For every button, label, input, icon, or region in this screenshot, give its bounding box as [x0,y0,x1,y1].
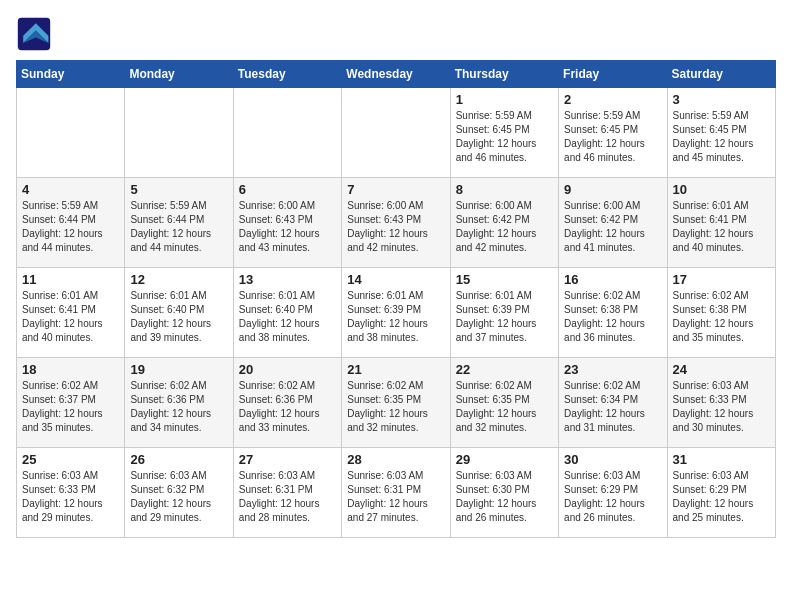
day-cell: 1Sunrise: 5:59 AM Sunset: 6:45 PM Daylig… [450,88,558,178]
day-cell [233,88,341,178]
day-cell: 14Sunrise: 6:01 AM Sunset: 6:39 PM Dayli… [342,268,450,358]
day-number: 20 [239,362,336,377]
day-number: 1 [456,92,553,107]
day-number: 23 [564,362,661,377]
col-header-sunday: Sunday [17,61,125,88]
day-number: 31 [673,452,770,467]
day-cell: 3Sunrise: 5:59 AM Sunset: 6:45 PM Daylig… [667,88,775,178]
day-cell: 21Sunrise: 6:02 AM Sunset: 6:35 PM Dayli… [342,358,450,448]
day-number: 12 [130,272,227,287]
day-cell: 26Sunrise: 6:03 AM Sunset: 6:32 PM Dayli… [125,448,233,538]
week-row-4: 18Sunrise: 6:02 AM Sunset: 6:37 PM Dayli… [17,358,776,448]
col-header-friday: Friday [559,61,667,88]
day-number: 14 [347,272,444,287]
day-number: 18 [22,362,119,377]
day-number: 24 [673,362,770,377]
day-cell: 25Sunrise: 6:03 AM Sunset: 6:33 PM Dayli… [17,448,125,538]
week-row-3: 11Sunrise: 6:01 AM Sunset: 6:41 PM Dayli… [17,268,776,358]
header-row: SundayMondayTuesdayWednesdayThursdayFrid… [17,61,776,88]
day-number: 9 [564,182,661,197]
day-number: 7 [347,182,444,197]
day-detail: Sunrise: 6:03 AM Sunset: 6:31 PM Dayligh… [239,469,336,525]
day-cell: 8Sunrise: 6:00 AM Sunset: 6:42 PM Daylig… [450,178,558,268]
day-number: 29 [456,452,553,467]
day-detail: Sunrise: 6:03 AM Sunset: 6:33 PM Dayligh… [22,469,119,525]
day-detail: Sunrise: 6:02 AM Sunset: 6:36 PM Dayligh… [130,379,227,435]
day-cell: 7Sunrise: 6:00 AM Sunset: 6:43 PM Daylig… [342,178,450,268]
day-cell: 11Sunrise: 6:01 AM Sunset: 6:41 PM Dayli… [17,268,125,358]
day-cell [17,88,125,178]
day-cell: 30Sunrise: 6:03 AM Sunset: 6:29 PM Dayli… [559,448,667,538]
day-number: 8 [456,182,553,197]
day-cell: 24Sunrise: 6:03 AM Sunset: 6:33 PM Dayli… [667,358,775,448]
day-cell: 22Sunrise: 6:02 AM Sunset: 6:35 PM Dayli… [450,358,558,448]
day-cell: 13Sunrise: 6:01 AM Sunset: 6:40 PM Dayli… [233,268,341,358]
day-cell: 29Sunrise: 6:03 AM Sunset: 6:30 PM Dayli… [450,448,558,538]
day-detail: Sunrise: 6:00 AM Sunset: 6:42 PM Dayligh… [456,199,553,255]
day-number: 5 [130,182,227,197]
day-number: 4 [22,182,119,197]
calendar-table: SundayMondayTuesdayWednesdayThursdayFrid… [16,60,776,538]
day-detail: Sunrise: 6:01 AM Sunset: 6:40 PM Dayligh… [130,289,227,345]
day-cell: 9Sunrise: 6:00 AM Sunset: 6:42 PM Daylig… [559,178,667,268]
week-row-5: 25Sunrise: 6:03 AM Sunset: 6:33 PM Dayli… [17,448,776,538]
week-row-2: 4Sunrise: 5:59 AM Sunset: 6:44 PM Daylig… [17,178,776,268]
day-detail: Sunrise: 6:00 AM Sunset: 6:43 PM Dayligh… [347,199,444,255]
day-cell [342,88,450,178]
day-cell: 2Sunrise: 5:59 AM Sunset: 6:45 PM Daylig… [559,88,667,178]
day-cell: 18Sunrise: 6:02 AM Sunset: 6:37 PM Dayli… [17,358,125,448]
day-detail: Sunrise: 5:59 AM Sunset: 6:45 PM Dayligh… [456,109,553,165]
day-detail: Sunrise: 6:03 AM Sunset: 6:31 PM Dayligh… [347,469,444,525]
day-number: 22 [456,362,553,377]
day-detail: Sunrise: 6:01 AM Sunset: 6:41 PM Dayligh… [673,199,770,255]
day-cell: 12Sunrise: 6:01 AM Sunset: 6:40 PM Dayli… [125,268,233,358]
day-cell: 4Sunrise: 5:59 AM Sunset: 6:44 PM Daylig… [17,178,125,268]
day-cell: 20Sunrise: 6:02 AM Sunset: 6:36 PM Dayli… [233,358,341,448]
day-detail: Sunrise: 6:02 AM Sunset: 6:34 PM Dayligh… [564,379,661,435]
day-detail: Sunrise: 6:02 AM Sunset: 6:36 PM Dayligh… [239,379,336,435]
day-cell: 10Sunrise: 6:01 AM Sunset: 6:41 PM Dayli… [667,178,775,268]
col-header-thursday: Thursday [450,61,558,88]
day-number: 10 [673,182,770,197]
day-detail: Sunrise: 5:59 AM Sunset: 6:44 PM Dayligh… [22,199,119,255]
day-number: 13 [239,272,336,287]
day-cell [125,88,233,178]
day-cell: 23Sunrise: 6:02 AM Sunset: 6:34 PM Dayli… [559,358,667,448]
day-cell: 17Sunrise: 6:02 AM Sunset: 6:38 PM Dayli… [667,268,775,358]
day-cell: 6Sunrise: 6:00 AM Sunset: 6:43 PM Daylig… [233,178,341,268]
day-detail: Sunrise: 6:02 AM Sunset: 6:35 PM Dayligh… [456,379,553,435]
day-detail: Sunrise: 6:00 AM Sunset: 6:43 PM Dayligh… [239,199,336,255]
day-number: 30 [564,452,661,467]
day-number: 3 [673,92,770,107]
day-detail: Sunrise: 6:00 AM Sunset: 6:42 PM Dayligh… [564,199,661,255]
day-detail: Sunrise: 6:01 AM Sunset: 6:40 PM Dayligh… [239,289,336,345]
col-header-wednesday: Wednesday [342,61,450,88]
logo [16,16,56,52]
day-detail: Sunrise: 6:03 AM Sunset: 6:33 PM Dayligh… [673,379,770,435]
day-detail: Sunrise: 6:03 AM Sunset: 6:29 PM Dayligh… [673,469,770,525]
day-cell: 31Sunrise: 6:03 AM Sunset: 6:29 PM Dayli… [667,448,775,538]
day-detail: Sunrise: 6:03 AM Sunset: 6:32 PM Dayligh… [130,469,227,525]
week-row-1: 1Sunrise: 5:59 AM Sunset: 6:45 PM Daylig… [17,88,776,178]
page-header [16,16,776,52]
day-detail: Sunrise: 6:02 AM Sunset: 6:35 PM Dayligh… [347,379,444,435]
day-number: 15 [456,272,553,287]
day-detail: Sunrise: 5:59 AM Sunset: 6:45 PM Dayligh… [673,109,770,165]
day-detail: Sunrise: 6:01 AM Sunset: 6:39 PM Dayligh… [347,289,444,345]
logo-icon [16,16,52,52]
col-header-saturday: Saturday [667,61,775,88]
day-number: 21 [347,362,444,377]
day-detail: Sunrise: 6:01 AM Sunset: 6:41 PM Dayligh… [22,289,119,345]
day-cell: 28Sunrise: 6:03 AM Sunset: 6:31 PM Dayli… [342,448,450,538]
day-detail: Sunrise: 6:02 AM Sunset: 6:38 PM Dayligh… [564,289,661,345]
day-detail: Sunrise: 5:59 AM Sunset: 6:45 PM Dayligh… [564,109,661,165]
day-number: 25 [22,452,119,467]
day-detail: Sunrise: 6:01 AM Sunset: 6:39 PM Dayligh… [456,289,553,345]
day-cell: 19Sunrise: 6:02 AM Sunset: 6:36 PM Dayli… [125,358,233,448]
day-cell: 16Sunrise: 6:02 AM Sunset: 6:38 PM Dayli… [559,268,667,358]
day-cell: 15Sunrise: 6:01 AM Sunset: 6:39 PM Dayli… [450,268,558,358]
col-header-tuesday: Tuesday [233,61,341,88]
day-detail: Sunrise: 5:59 AM Sunset: 6:44 PM Dayligh… [130,199,227,255]
day-number: 19 [130,362,227,377]
day-number: 28 [347,452,444,467]
